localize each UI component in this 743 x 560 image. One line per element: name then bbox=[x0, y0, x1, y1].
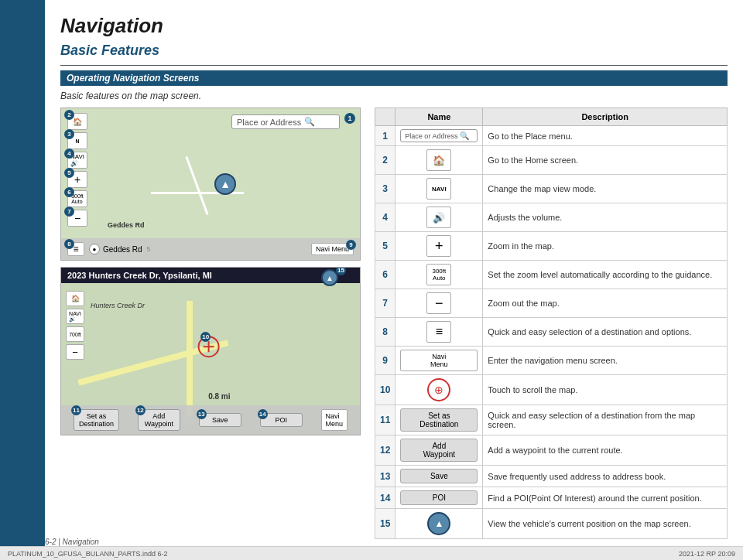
ui-crosshair-icon: ⊕ bbox=[427, 378, 450, 401]
divider bbox=[60, 65, 728, 66]
row-description: Set the zoom level automatically accordi… bbox=[483, 261, 728, 289]
row-name: ≡ bbox=[395, 318, 483, 347]
set-destination-label: Set as Destination bbox=[79, 412, 114, 428]
ui-volume-icon: 🔊 bbox=[426, 207, 451, 228]
save-label: Save bbox=[212, 416, 228, 424]
badge-15: 15 bbox=[336, 267, 346, 275]
section-title: Basic Features bbox=[60, 43, 728, 59]
bottom-road-label: Geddes Rd bbox=[103, 245, 142, 254]
row-description: Zoom out the map. bbox=[483, 289, 728, 318]
badge-8: 8 bbox=[64, 239, 74, 249]
map2-header: 2023 Hunters Creek Dr, Ypsilanti, MI ▲ 1… bbox=[61, 268, 360, 283]
map-road-vertical bbox=[185, 156, 208, 215]
map2-minus-btn[interactable]: − bbox=[66, 344, 84, 360]
map2-set-destination-btn[interactable]: 11 Set as Destination bbox=[74, 409, 119, 431]
map-screen-1: 2 🏠 3 N 4 NAVI🔊 5 + bbox=[60, 108, 361, 261]
table-row: 14POIFind a POI(Point Of Interest) aroun… bbox=[375, 487, 728, 509]
map-auto-zoom-btn[interactable]: 6 300ftAuto bbox=[67, 190, 87, 207]
table-row: 3NAVIChange the map view mode. bbox=[375, 175, 728, 203]
table-row: 9Navi MenuEnter the navigation menu scre… bbox=[375, 347, 728, 375]
map2-distance: 0.8 mi bbox=[208, 392, 230, 401]
map-zoom-out-btn[interactable]: 7 − bbox=[67, 210, 87, 227]
row-num: 5 bbox=[375, 232, 395, 261]
blue-sidebar bbox=[0, 0, 45, 560]
map2-navi-btn2[interactable]: NAVI🔊 bbox=[66, 309, 84, 324]
ui-add-waypoint-btn[interactable]: Add Waypoint bbox=[400, 439, 478, 462]
row-name: + bbox=[395, 232, 483, 261]
ui-navi-menu-btn[interactable]: Navi Menu bbox=[400, 350, 478, 371]
navi-menu-label: Navi Menu bbox=[326, 412, 344, 428]
map2-save-btn[interactable]: 13 Save bbox=[199, 413, 241, 427]
row-name: POI bbox=[395, 487, 483, 509]
map-button-panel: 2 🏠 3 N 4 NAVI🔊 5 + bbox=[67, 113, 87, 227]
bottom-right-text: 2021-12 RP 20:09 bbox=[679, 550, 735, 558]
row-num: 9 bbox=[375, 347, 395, 375]
row-description: Touch to scroll the map. bbox=[483, 375, 728, 405]
row-num: 1 bbox=[375, 126, 395, 146]
map2-street-label: Hunters Creek Dr bbox=[91, 302, 145, 309]
add-waypoint-label: Add Waypoint bbox=[145, 412, 173, 428]
row-num: 8 bbox=[375, 318, 395, 347]
col-name-header: Name bbox=[395, 108, 483, 126]
map-navi-volume-btn[interactable]: 4 NAVI🔊 bbox=[67, 152, 87, 169]
row-name: 🔊 bbox=[395, 203, 483, 232]
row-name: 300ftAuto bbox=[395, 261, 483, 289]
main-content: Navigation Basic Features Operating Navi… bbox=[45, 0, 743, 560]
map-scale: 5 bbox=[147, 245, 151, 253]
row-num: 11 bbox=[375, 405, 395, 435]
map-search-bar[interactable]: Place or Address 🔍 bbox=[231, 114, 340, 129]
col-num-header bbox=[375, 108, 395, 126]
ui-gps-icon: ▲ bbox=[427, 512, 450, 535]
map-zoom-in-btn[interactable]: 5 + bbox=[67, 171, 87, 188]
map-home-btn[interactable]: 2 🏠 bbox=[67, 113, 87, 130]
map-screen-2: 2023 Hunters Creek Dr, Ypsilanti, MI ▲ 1… bbox=[60, 267, 361, 435]
table-row: 11Set as DestinationQuick and easy selec… bbox=[375, 405, 728, 435]
ui-home-icon: 🏠 bbox=[426, 149, 451, 171]
row-description: View the vehicle's current position on t… bbox=[483, 509, 728, 539]
search-icon: 🔍 bbox=[304, 117, 315, 127]
table-row: 7−Zoom out the map. bbox=[375, 289, 728, 318]
row-description: Go to the Home screen. bbox=[483, 146, 728, 175]
table-row: 1Place or Address🔍Go to the Place menu. bbox=[375, 126, 728, 146]
ui-set-destination-btn[interactable]: Set as Destination bbox=[400, 408, 478, 432]
ui-poi-btn[interactable]: POI bbox=[400, 490, 478, 505]
row-description: Zoom in the map. bbox=[483, 232, 728, 261]
ui-save-btn[interactable]: Save bbox=[400, 469, 478, 483]
badge-6: 6 bbox=[64, 187, 74, 197]
bottom-left-text: PLATINUM_10_GFUSA_BULANN_PARTS.indd 6-2 bbox=[8, 550, 168, 558]
row-num: 10 bbox=[375, 375, 395, 405]
ui-plus-icon: + bbox=[426, 235, 451, 257]
navi-menu-button[interactable]: 9 Navi Menu bbox=[311, 243, 354, 255]
badge-3: 3 bbox=[64, 129, 74, 139]
row-description: Go to the Place menu. bbox=[483, 126, 728, 146]
map2-address: 2023 Hunters Creek Dr, Ypsilanti, MI bbox=[67, 271, 212, 280]
two-column-layout: 2 🏠 3 N 4 NAVI🔊 5 + bbox=[60, 108, 728, 539]
map2-add-waypoint-btn[interactable]: 12 Add Waypoint bbox=[138, 409, 180, 431]
row-name: 🏠 bbox=[395, 146, 483, 175]
page-title: Navigation bbox=[60, 14, 728, 38]
table-row: 2🏠Go to the Home screen. bbox=[375, 146, 728, 175]
map-list-btn[interactable]: 8 ≡ bbox=[67, 242, 84, 256]
map2-zoom-label: 700ft bbox=[66, 326, 84, 342]
badge-13: 13 bbox=[197, 409, 207, 419]
row-num: 4 bbox=[375, 203, 395, 232]
map2-navi-menu-btn[interactable]: Navi Menu bbox=[321, 409, 348, 431]
map-gps-arrow: ▲ bbox=[214, 173, 236, 195]
table-row: 8≡Quick and easy selection of a destinat… bbox=[375, 318, 728, 347]
map-navi-mode-btn[interactable]: 3 N bbox=[67, 132, 87, 149]
map2-home-btn[interactable]: 🏠 bbox=[66, 291, 84, 306]
ui-zoom-auto-icon: 300ftAuto bbox=[426, 264, 451, 285]
row-name: Place or Address🔍 bbox=[395, 126, 483, 146]
row-description: Adjusts the volume. bbox=[483, 203, 728, 232]
map2-poi-btn[interactable]: 14 POI bbox=[260, 413, 303, 427]
row-description: Save frequently used address to address … bbox=[483, 466, 728, 487]
road-circle-icon: ● bbox=[89, 244, 100, 254]
row-name: − bbox=[395, 289, 483, 318]
table-row: 15▲View the vehicle's current position o… bbox=[375, 509, 728, 539]
badge-7: 7 bbox=[64, 207, 74, 217]
row-num: 6 bbox=[375, 261, 395, 289]
ui-search-bar[interactable]: Place or Address🔍 bbox=[400, 129, 478, 142]
map-bottom-bar: 8 ≡ ● Geddes Rd 5 9 Navi Menu bbox=[61, 238, 360, 260]
badge-4: 4 bbox=[64, 149, 74, 159]
ui-minus-icon: − bbox=[426, 292, 451, 314]
